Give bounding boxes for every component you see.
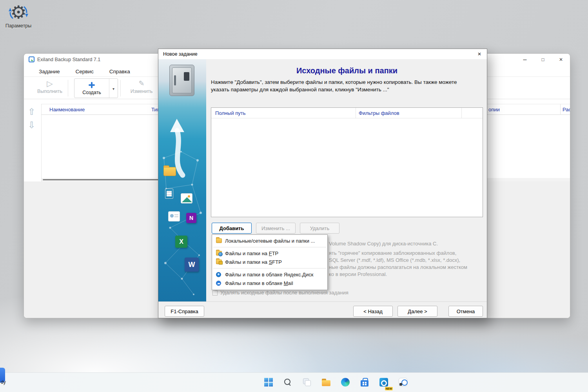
task-view-button[interactable] bbox=[298, 374, 316, 390]
back-button[interactable]: < Назад bbox=[353, 306, 393, 317]
menu-separator bbox=[213, 268, 326, 269]
add-button[interactable]: Добавить bbox=[212, 223, 252, 234]
footer-separator bbox=[158, 301, 487, 302]
menu-item-local-network-files[interactable]: Локальные/сетевые файлы и папки ... bbox=[212, 236, 327, 245]
create-button-box: Создать bbox=[74, 78, 118, 98]
menu-item-yandex-disk[interactable]: Файлы и папки в облаке Яндекс.Диск bbox=[212, 270, 327, 279]
menu-item-sftp[interactable]: Файлы и папки на SFTP bbox=[212, 258, 327, 266]
sftp-folder-icon bbox=[216, 260, 222, 264]
menu-item-label-post: FTP bbox=[272, 259, 282, 265]
toolbar-separator bbox=[68, 80, 68, 96]
dialog-titlebar: Новое задание bbox=[158, 49, 487, 59]
column-schedule[interactable]: Рас bbox=[563, 107, 570, 113]
outlook-button[interactable]: NEW bbox=[375, 374, 392, 390]
edit-button[interactable]: Изменить ... bbox=[256, 223, 296, 234]
chevron-down-icon bbox=[113, 85, 114, 92]
accel-key: S bbox=[269, 259, 272, 265]
edit-button[interactable]: Изменить bbox=[125, 79, 158, 94]
cancel-button[interactable]: Отмена bbox=[448, 306, 483, 317]
column-full-path[interactable]: Полный путь bbox=[215, 110, 246, 116]
run-button[interactable]: Выполнить bbox=[34, 79, 65, 94]
pencil-icon bbox=[138, 79, 144, 88]
menu-help[interactable]: Справка bbox=[109, 69, 130, 74]
sync-arrows-icon bbox=[8, 3, 29, 22]
column-divider bbox=[356, 108, 356, 118]
create-label: Создать bbox=[82, 90, 101, 95]
menu-service[interactable]: Сервис bbox=[76, 69, 94, 74]
accel-key: F bbox=[269, 250, 272, 256]
contact-card-icon bbox=[168, 211, 180, 221]
wizard-sidebar-illustration: N X W bbox=[158, 59, 206, 301]
move-down-icon[interactable] bbox=[28, 120, 35, 130]
new-task-dialog: Новое задание bbox=[158, 49, 487, 318]
app-title: Exiland Backup Standard 7.1 bbox=[37, 57, 100, 62]
folder-icon bbox=[163, 167, 176, 176]
safe-illustration bbox=[169, 65, 194, 96]
excel-icon: X bbox=[175, 236, 187, 248]
image-icon bbox=[181, 193, 192, 203]
swoosh-arrow bbox=[177, 131, 183, 175]
windows-logo-icon bbox=[264, 378, 273, 387]
edit-label: Изменить bbox=[131, 89, 152, 94]
column-file-filters[interactable]: Фильтры файлов bbox=[359, 110, 399, 116]
yandex-disk-icon bbox=[216, 272, 221, 277]
maximize-button[interactable] bbox=[534, 54, 552, 65]
create-dropdown-caret[interactable] bbox=[109, 79, 118, 98]
obscured-option-text: ять "горячее" копирование заблокированны… bbox=[329, 250, 456, 256]
delete-source-checkbox-label: Удалять исходные файлы после выполнения … bbox=[220, 290, 348, 296]
page-description: Нажмите "Добавить", затем выберите файлы… bbox=[211, 79, 477, 94]
column-divider bbox=[560, 104, 561, 115]
menu-item-label: Файлы и папки в облаке Яндекс.Диск bbox=[225, 272, 313, 278]
create-button[interactable]: Создать bbox=[74, 79, 109, 98]
help-button[interactable]: F1-Справка bbox=[165, 306, 204, 317]
file-explorer-button[interactable] bbox=[318, 374, 335, 390]
desktop-icon-settings[interactable]: Параметры bbox=[2, 2, 35, 29]
page-title: Исходные файлы и папки bbox=[211, 66, 483, 75]
search-button[interactable] bbox=[279, 374, 296, 390]
document-icon bbox=[165, 189, 173, 199]
start-button[interactable] bbox=[260, 374, 277, 390]
delete-source-checkbox[interactable] bbox=[212, 290, 218, 296]
column-divider bbox=[461, 108, 462, 118]
table-header-row: Полный путь Фильтры файлов bbox=[211, 108, 483, 118]
minimize-button[interactable] bbox=[516, 54, 534, 65]
new-badge: NEW bbox=[385, 387, 393, 390]
dialog-title: Новое задание bbox=[163, 51, 198, 57]
menu-item-mail-cloud[interactable]: Файлы и папки в облаке Mail bbox=[212, 279, 327, 287]
next-button[interactable]: Далее > bbox=[397, 306, 437, 317]
word-icon: W bbox=[185, 258, 199, 272]
plus-icon bbox=[88, 81, 96, 89]
dialog-close-button[interactable] bbox=[474, 50, 485, 58]
file-explorer-icon bbox=[322, 379, 330, 386]
column-name[interactable]: Наименование bbox=[49, 107, 85, 113]
edge-button[interactable] bbox=[337, 374, 354, 390]
move-up-icon[interactable] bbox=[28, 107, 35, 116]
app-logo-icon bbox=[29, 56, 34, 62]
menu-item-label-post: ail bbox=[288, 280, 293, 286]
clock-app-icon bbox=[399, 378, 407, 387]
menu-item-label: Файлы и папки на bbox=[225, 250, 269, 256]
outlook-icon bbox=[379, 378, 388, 387]
run-label: Выполнить bbox=[37, 89, 62, 94]
mail-cloud-icon bbox=[216, 281, 221, 286]
app-menubar: Задание Сервис Справка bbox=[39, 66, 130, 76]
accel-key: M bbox=[284, 280, 288, 286]
menu-item-label: Файлы и папки в облаке bbox=[225, 280, 284, 286]
add-dropdown-menu: Локальные/сетевые файлы и папки ... Файл… bbox=[212, 234, 328, 290]
menu-item-ftp[interactable]: Файлы и папки на FTP bbox=[212, 249, 327, 258]
play-icon bbox=[47, 79, 53, 88]
gear-icon bbox=[7, 2, 29, 23]
store-button[interactable] bbox=[356, 374, 373, 390]
column-copies[interactable]: опии bbox=[488, 107, 500, 113]
clock-app-button[interactable] bbox=[394, 374, 412, 390]
edge-icon bbox=[341, 378, 350, 387]
onenote-icon: N bbox=[186, 213, 196, 223]
close-button[interactable] bbox=[552, 54, 570, 65]
store-icon bbox=[361, 378, 368, 387]
obscured-option-text: SQL Server (*.mdf, *.ldf), MS Office (*.… bbox=[329, 257, 460, 263]
menu-task[interactable]: Задание bbox=[39, 69, 60, 74]
source-files-table: Полный путь Фильтры файлов bbox=[211, 107, 483, 217]
reorder-gutter bbox=[24, 104, 42, 181]
obscured-option-text: Volume Shadow Copy) для диска-источника … bbox=[329, 241, 438, 247]
delete-button[interactable]: Удалить bbox=[300, 223, 339, 234]
